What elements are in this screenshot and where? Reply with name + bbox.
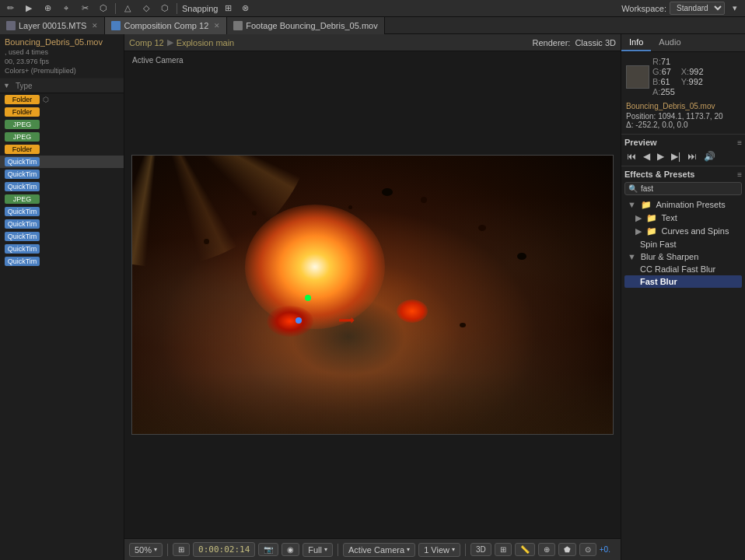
list-item[interactable]: QuickTim — [0, 168, 124, 180]
explosion-flash — [245, 205, 385, 329]
b-value: 61 — [660, 77, 670, 86]
animation-presets-folder[interactable]: ▼ 📁 Animation Presets — [624, 198, 742, 212]
preview-last-btn[interactable]: ⏭ — [685, 150, 699, 163]
snapping-icon-2[interactable]: ⊗ — [239, 2, 253, 16]
toolbar-icon-4[interactable]: ⌖ — [59, 2, 73, 16]
color-row: R:71 G:67 B:61 A:255 X:992 Y:992 — [626, 57, 740, 97]
composition-tab[interactable]: Composition Comp 12 ✕ — [105, 17, 227, 34]
tab-audio[interactable]: Audio — [651, 34, 688, 51]
g-value: 67 — [662, 67, 671, 76]
folder-icon-1: ⬡ — [43, 96, 49, 103]
effects-menu[interactable]: ≡ — [737, 170, 742, 179]
blur-sharpen-label: Blur & Sharpen — [641, 252, 699, 261]
text-folder[interactable]: ▶ 📁 Text — [624, 212, 742, 225]
rgba-values: R:71 G:67 B:61 A:255 — [652, 57, 675, 97]
red-glow-1 — [267, 306, 313, 337]
preview-prev-btn[interactable]: ◀ — [641, 150, 652, 163]
layer-tab-close[interactable]: ✕ — [92, 22, 98, 30]
panel-tab-bar: Layer 00015.MTS ✕ Composition Comp 12 ✕ … — [0, 17, 745, 34]
toolbar-icon-7[interactable]: △ — [121, 2, 135, 16]
type-col-header: Type — [16, 82, 33, 90]
snapping-label: Snapping — [182, 4, 219, 13]
comp-breadcrumb-scene[interactable]: Explosion main — [177, 38, 235, 47]
footage-tab[interactable]: Footage Bouncing_Debris_05.mov — [227, 17, 384, 34]
preview-menu[interactable]: ≡ — [737, 138, 742, 147]
zoom-arrow: ▾ — [154, 546, 157, 553]
list-item[interactable]: QuickTim — [0, 230, 124, 243]
right-panel: Info Audio R:71 G:67 B:61 A:255 X:992 Y:… — [621, 34, 745, 560]
type-badge-qt3: QuickTim — [5, 182, 40, 191]
preview-first-btn[interactable]: ⏮ — [624, 150, 638, 163]
overlay-btn[interactable]: ⊙ — [579, 543, 596, 556]
toolbar-icon-2[interactable]: ▶ — [22, 2, 36, 16]
3d-btn[interactable]: 3D — [470, 543, 491, 556]
tab-info[interactable]: Info — [621, 34, 651, 51]
file-info: Bouncing_Debris_05.mov , used 4 times 00… — [0, 34, 124, 79]
view-btn[interactable]: 1 View ▾ — [418, 543, 460, 557]
curves-spins-folder[interactable]: ▶ 📁 Curves and Spins — [624, 225, 742, 238]
viewport: Active Camera — [124, 51, 621, 538]
info-position: Position: 1094.1, 1173.7, 20 — [626, 112, 740, 121]
quality-value: Full — [308, 545, 322, 555]
list-item[interactable]: JPEG — [0, 118, 124, 131]
view-value: 1 View — [424, 545, 449, 555]
workspace-select[interactable]: Standard — [670, 2, 725, 15]
list-item[interactable]: Folder — [0, 143, 124, 156]
snap-btn[interactable]: ⊕ — [538, 543, 555, 556]
toolbar-icon-6[interactable]: ⬡ — [96, 2, 110, 16]
snapping-toggle[interactable]: ⊞ — [222, 2, 236, 16]
footage-icon — [233, 21, 243, 30]
list-item[interactable]: QuickTim — [0, 218, 124, 230]
preview-title: Preview — [624, 138, 657, 147]
type-badge-jpeg2: JPEG — [5, 132, 40, 142]
effects-search-input[interactable] — [641, 184, 740, 193]
list-item[interactable]: JPEG — [0, 193, 124, 205]
grid-btn[interactable]: ⊞ — [495, 543, 512, 556]
type-col-expand[interactable]: ▼ — [3, 81, 12, 90]
curves-spins-label: Curves and Spins — [662, 226, 729, 236]
list-item[interactable]: Folder ⬡ — [0, 93, 124, 106]
toolbar-icon-5[interactable]: ✂ — [78, 2, 92, 16]
toolbar-icon-3[interactable]: ⊕ — [40, 2, 54, 16]
list-item[interactable]: QuickTim — [0, 243, 124, 255]
comp-tab-close[interactable]: ✕ — [214, 22, 220, 30]
toolbar-icon-1[interactable]: ✏ — [3, 2, 17, 16]
show-channel-btn[interactable]: ◉ — [282, 543, 299, 556]
comp-breadcrumb-comp[interactable]: Comp 12 — [129, 38, 164, 47]
type-badge-jpeg1: JPEG — [5, 120, 40, 129]
main-layout: Bouncing_Debris_05.mov , used 4 times 00… — [0, 34, 745, 560]
toolbar-icon-9[interactable]: ⬡ — [158, 2, 172, 16]
list-item[interactable]: QuickTim — [0, 205, 124, 218]
comp-tab-label: Composition Comp 12 — [124, 21, 208, 30]
list-item[interactable]: QuickTim — [0, 255, 124, 268]
list-item[interactable]: JPEG — [0, 131, 124, 143]
preview-audio-btn[interactable]: 🔊 — [701, 150, 718, 163]
comp-breadcrumb: Comp 12 ▶ Explosion main — [129, 37, 234, 47]
snapshot-btn[interactable]: 📷 — [258, 543, 278, 556]
workspace-expand[interactable]: ▾ — [728, 2, 742, 16]
mask-btn[interactable]: ⬟ — [558, 543, 576, 556]
cc-radial-item[interactable]: CC Radial Fast Blur — [624, 263, 742, 275]
fast-blur-item[interactable]: Fast Blur — [624, 275, 742, 288]
quality-btn[interactable]: Full ▾ — [303, 543, 333, 557]
preview-play-btn[interactable]: ▶ — [655, 150, 666, 163]
renderer-value: Classic 3D — [575, 38, 616, 47]
list-item[interactable]: QuickTim — [0, 180, 124, 193]
effects-search-bar[interactable]: 🔍 — [624, 182, 742, 195]
snapping-area: Snapping ⊞ ⊗ — [182, 2, 253, 16]
x-value: 992 — [689, 67, 703, 76]
resolution-btn[interactable]: ⊞ — [173, 543, 190, 556]
color-info: Colors+ (Premultiplied) — [5, 67, 119, 75]
list-item[interactable]: Folder — [0, 106, 124, 118]
spin-fast-item[interactable]: Spin Fast — [624, 238, 742, 250]
ruler-btn[interactable]: 📏 — [515, 543, 535, 556]
zoom-btn[interactable]: 50% ▾ — [129, 543, 163, 557]
blur-sharpen-folder[interactable]: ▼ Blur & Sharpen — [624, 250, 742, 263]
camera-btn[interactable]: Active Camera ▾ — [343, 543, 415, 557]
timecode-btn[interactable]: 0:00:02:14 — [193, 542, 255, 557]
preview-next-btn[interactable]: ▶| — [669, 150, 683, 163]
list-item[interactable]: QuickTim — [0, 156, 124, 168]
renderer-area: Renderer: Classic 3D — [533, 38, 617, 47]
toolbar-icon-8[interactable]: ◇ — [139, 2, 153, 16]
layer-tab[interactable]: Layer 00015.MTS ✕ — [0, 17, 105, 34]
